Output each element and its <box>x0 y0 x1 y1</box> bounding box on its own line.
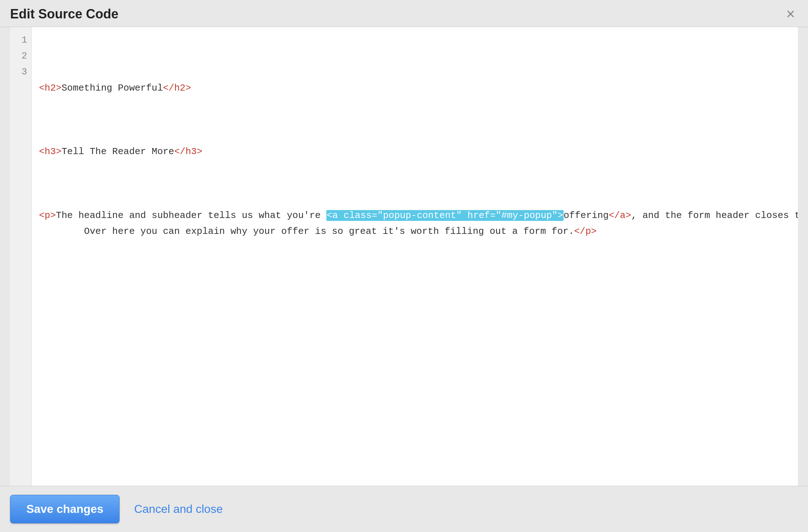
tag-h3-open: <h3> <box>39 146 61 157</box>
code-line-3: <p>The headline and subheader tells us w… <box>39 208 791 239</box>
tag-p-open: <p> <box>39 210 56 221</box>
tag-h2-close: </h2> <box>163 83 191 93</box>
dialog-footer: Save changes Cancel and close <box>0 486 808 532</box>
cancel-close-button[interactable]: Cancel and close <box>134 502 222 516</box>
text-something-powerful: Something Powerful <box>61 83 163 93</box>
text-headline: The headline and subheader tells us what… <box>56 210 326 221</box>
link-highlighted: <a class="popup-content" href="#my-popup… <box>326 210 564 221</box>
line-number-2: 2 <box>10 48 31 64</box>
dialog-header: Edit Source Code × <box>0 0 808 27</box>
close-button[interactable]: × <box>783 6 798 22</box>
line-number-1: 1 <box>10 32 31 48</box>
tag-h2-open: <h2> <box>39 83 61 93</box>
code-line-2: <h3>Tell The Reader More</h3> <box>39 144 791 160</box>
text-tell-reader: Tell The Reader More <box>61 146 174 157</box>
line-number-3: 3 <box>10 64 31 80</box>
save-changes-button[interactable]: Save changes <box>10 495 120 523</box>
text-offering: offering <box>564 210 609 221</box>
tag-p-close: </p> <box>574 226 596 237</box>
code-area: 1 2 3 <h2>Something Powerful</h2> <h3>Te… <box>10 27 798 486</box>
code-line-1: <h2>Something Powerful</h2> <box>39 80 791 96</box>
line-numbers: 1 2 3 <box>10 27 32 486</box>
edit-source-code-dialog: Edit Source Code × 1 2 3 <h2>Something P… <box>0 0 808 532</box>
dialog-title: Edit Source Code <box>10 6 118 22</box>
code-editor[interactable]: 1 2 3 <h2>Something Powerful</h2> <h3>Te… <box>10 27 798 486</box>
code-content[interactable]: <h2>Something Powerful</h2> <h3>Tell The… <box>32 27 798 486</box>
tag-a-close: </a> <box>609 210 631 221</box>
tag-h3-close: </h3> <box>174 146 202 157</box>
